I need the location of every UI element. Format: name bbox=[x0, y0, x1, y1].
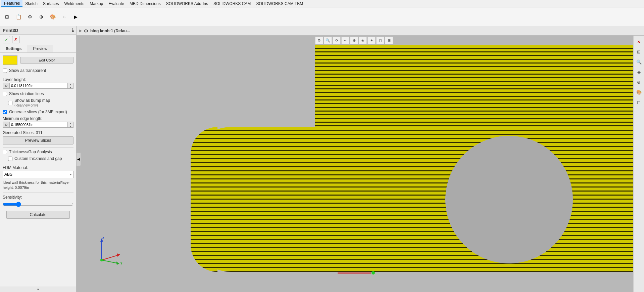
toolbar-btn-2[interactable]: 📋 bbox=[13, 11, 24, 22]
title-icon: ⚙ bbox=[84, 28, 88, 34]
striated-top-region bbox=[315, 45, 633, 140]
vp-btn-3[interactable]: ⟳ bbox=[333, 37, 341, 44]
y-axis-line bbox=[102, 255, 118, 260]
divider-1 bbox=[3, 75, 73, 75]
right-icons-panel: ✕ ⊞ 🔍 ◈ ⊕ 🎨 ◻ bbox=[633, 36, 644, 292]
layer-height-down[interactable]: ▼ bbox=[68, 86, 73, 88]
sensitivity-slider[interactable] bbox=[3, 202, 73, 207]
panel-header: Print3D ℹ bbox=[0, 26, 76, 35]
menu-surfaces[interactable]: Surfaces bbox=[40, 1, 61, 7]
tab-row: Settings Preview bbox=[0, 45, 76, 53]
axis-origin-dot bbox=[100, 259, 103, 261]
show-transparent-label: Show as transparent bbox=[9, 68, 46, 73]
layer-height-spinner: ⚙ ▲ ▼ bbox=[3, 83, 73, 89]
toolbar-btn-5[interactable]: 🎨 bbox=[47, 11, 58, 22]
confirm-cancel-button[interactable]: ✗ bbox=[12, 36, 19, 43]
custom-thickness-section: Custom thickness and gap bbox=[3, 156, 73, 161]
viewport-top-toolbar: ⚙ 🔍 ⟳ ↔ ⊕ ◈ ✦ ◻ ⊞ bbox=[315, 36, 393, 45]
right-icon-6[interactable]: ◻ bbox=[634, 97, 644, 107]
min-edge-down[interactable]: ▼ bbox=[68, 125, 73, 127]
color-row: Edit Color bbox=[3, 55, 73, 65]
layer-height-arrows: ▲ ▼ bbox=[67, 83, 73, 89]
edit-color-button[interactable]: Edit Color bbox=[20, 57, 73, 64]
toolbar-btn-4[interactable]: ⊕ bbox=[36, 11, 47, 22]
bump-map-section: Show as bump map (RealView only) bbox=[3, 98, 73, 108]
toolbar: ⊞ 📋 ⚙ ⊕ 🎨 ↔ ▶ bbox=[0, 7, 644, 26]
min-edge-up[interactable]: ▲ bbox=[68, 122, 73, 125]
tab-settings[interactable]: Settings bbox=[0, 45, 27, 52]
custom-thickness-row: Custom thickness and gap bbox=[8, 156, 73, 161]
z-axis-label: z bbox=[102, 236, 104, 240]
color-swatch[interactable] bbox=[3, 55, 17, 65]
confirm-row: ✓ ✗ bbox=[0, 35, 76, 45]
menu-evaluate[interactable]: Evaluate bbox=[106, 1, 127, 7]
cylinder-left-cap bbox=[191, 127, 217, 272]
panel-bottom-arrow[interactable]: ▼ bbox=[0, 287, 76, 292]
vp-btn-7[interactable]: ✦ bbox=[367, 37, 376, 44]
menu-addins[interactable]: SOLIDWORKS Add-Ins bbox=[163, 1, 211, 7]
show-striation-checkbox[interactable] bbox=[3, 92, 7, 96]
toolbar-btn-7[interactable]: ▶ bbox=[70, 11, 81, 22]
show-transparent-row: Show as transparent bbox=[3, 68, 73, 73]
vp-btn-5[interactable]: ⊕ bbox=[350, 37, 358, 44]
left-panel: Print3D ℹ ✓ ✗ Settings Preview ▲ Edit Co… bbox=[0, 26, 77, 292]
menu-cam[interactable]: SOLIDWORKS CAM bbox=[211, 1, 253, 7]
vp-btn-6[interactable]: ◈ bbox=[359, 37, 367, 44]
show-striation-row: Show striation lines bbox=[3, 91, 73, 96]
toolbar-btn-6[interactable]: ↔ bbox=[59, 11, 69, 22]
min-edge-input[interactable] bbox=[9, 122, 67, 128]
ideal-wall-info: Ideal wall thickness for this material/l… bbox=[3, 180, 73, 191]
vp-btn-9[interactable]: ⊞ bbox=[385, 37, 393, 44]
confirm-ok-button[interactable]: ✓ bbox=[3, 36, 10, 43]
right-icon-3[interactable]: ◈ bbox=[634, 67, 644, 77]
fdm-material-label: FDM Material: bbox=[3, 165, 73, 170]
calculate-button[interactable]: Calculate bbox=[6, 211, 70, 219]
axis-indicator: z Y bbox=[93, 235, 123, 265]
bump-map-checkbox[interactable] bbox=[8, 101, 12, 105]
right-icon-4[interactable]: ⊕ bbox=[634, 77, 644, 87]
generated-slices-info: Generated Slices: 311 bbox=[3, 130, 73, 135]
toolbar-btn-3[interactable]: ⚙ bbox=[24, 11, 35, 22]
layer-height-icon: ⚙ bbox=[3, 83, 9, 89]
fdm-material-wrapper: ABS PLA PETG TPU Nylon bbox=[3, 171, 73, 178]
thickness-gap-label: Thickness/Gap Analysis bbox=[9, 150, 52, 154]
menu-mbd[interactable]: MBD Dimensions bbox=[127, 1, 163, 7]
layer-height-up[interactable]: ▲ bbox=[68, 83, 73, 86]
fdm-material-select[interactable]: ABS PLA PETG TPU Nylon bbox=[3, 171, 73, 178]
right-icon-5[interactable]: 🎨 bbox=[634, 87, 644, 97]
panel-collapse-arrow[interactable]: ◀ bbox=[76, 153, 81, 166]
generate-slices-label: Generate slices (for 3MF export) bbox=[9, 110, 67, 114]
vp-btn-2[interactable]: 🔍 bbox=[324, 37, 332, 44]
thickness-gap-checkbox[interactable] bbox=[3, 150, 7, 154]
menu-markup[interactable]: Markup bbox=[87, 1, 106, 7]
red-axis bbox=[338, 273, 371, 274]
custom-thickness-checkbox[interactable] bbox=[8, 157, 12, 161]
vp-btn-8[interactable]: ◻ bbox=[376, 37, 384, 44]
right-icon-2[interactable]: 🔍 bbox=[634, 57, 644, 67]
fdm-material-select-row: ABS PLA PETG TPU Nylon bbox=[3, 171, 73, 178]
tab-preview[interactable]: Preview bbox=[27, 45, 53, 52]
bump-map-row: Show as bump map (RealView only) bbox=[8, 98, 73, 108]
layer-height-label: Layer height: bbox=[3, 77, 73, 82]
min-edge-spinner: ⚙ ▲ ▼ bbox=[3, 122, 73, 128]
show-transparent-checkbox[interactable] bbox=[3, 69, 7, 73]
right-icon-1[interactable]: ⊞ bbox=[634, 47, 644, 56]
axis-svg: z Y bbox=[93, 235, 123, 265]
divider-3 bbox=[3, 163, 73, 163]
vp-btn-1[interactable]: ⚙ bbox=[315, 37, 323, 44]
menu-features[interactable]: Features bbox=[1, 0, 22, 7]
menu-bar: Features Sketch Surfaces Weldments Marku… bbox=[0, 0, 644, 7]
custom-thickness-label: Custom thickness and gap bbox=[14, 156, 62, 161]
menu-cam-tbm[interactable]: SOLIDWORKS CAM TBM bbox=[253, 1, 306, 7]
min-edge-label: Minimum edge length: bbox=[3, 116, 73, 121]
layer-height-input[interactable] bbox=[9, 83, 67, 89]
panel-title: Print3D bbox=[3, 28, 18, 33]
menu-sketch[interactable]: Sketch bbox=[22, 1, 40, 7]
toolbar-btn-1[interactable]: ⊞ bbox=[2, 11, 12, 22]
menu-weldments[interactable]: Weldments bbox=[61, 1, 87, 7]
generate-slices-checkbox[interactable] bbox=[3, 110, 7, 114]
panel-body: ▲ Edit Color Show as transparent Layer h… bbox=[0, 53, 76, 287]
vp-btn-4[interactable]: ↔ bbox=[341, 37, 349, 44]
preview-slices-button[interactable]: Preview Slices bbox=[3, 136, 73, 144]
right-icon-close[interactable]: ✕ bbox=[634, 37, 644, 46]
